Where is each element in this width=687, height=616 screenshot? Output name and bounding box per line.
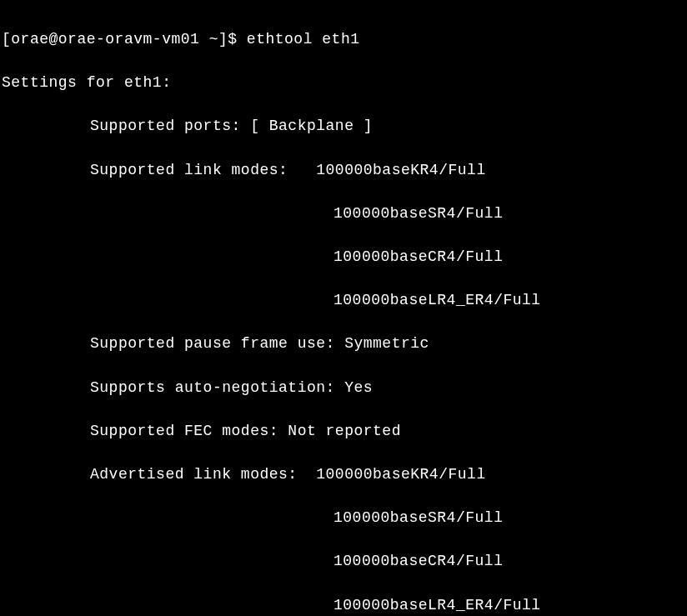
supported-fec: Supported FEC modes: Not reported bbox=[0, 420, 687, 442]
advertised-link-modes: Advertised link modes: 100000baseKR4/Ful… bbox=[0, 463, 687, 485]
prompt-line[interactable]: [orae@orae-oravm-vm01 ~]$ ethtool eth1 bbox=[0, 28, 687, 50]
supported-link-mode-2: 100000baseSR4/Full bbox=[0, 203, 687, 224]
supported-link-mode-3: 100000baseCR4/Full bbox=[0, 246, 687, 268]
advertised-link-mode-1: 100000baseKR4/Full bbox=[316, 466, 485, 483]
advertised-link-modes-label: Advertised link modes: bbox=[90, 466, 316, 483]
supported-link-mode-1: 100000baseKR4/Full bbox=[316, 162, 485, 178]
entered-command: ethtool eth1 bbox=[247, 31, 360, 48]
advertised-link-mode-3: 100000baseCR4/Full bbox=[0, 550, 687, 572]
supported-link-modes: Supported link modes: 100000baseKR4/Full bbox=[0, 159, 687, 181]
shell-prompt: [orae@orae-oravm-vm01 ~]$ bbox=[2, 31, 247, 48]
supported-pause: Supported pause frame use: Symmetric bbox=[0, 333, 687, 354]
advertised-link-mode-4: 100000baseLR4_ER4/Full bbox=[0, 594, 687, 616]
supported-link-modes-label: Supported link modes: bbox=[90, 162, 316, 178]
supported-ports: Supported ports: [ Backplane ] bbox=[0, 115, 687, 137]
supported-link-mode-4: 100000baseLR4_ER4/Full bbox=[0, 289, 687, 311]
terminal-output: [orae@orae-oravm-vm01 ~]$ ethtool eth1 S… bbox=[0, 0, 687, 616]
advertised-link-mode-2: 100000baseSR4/Full bbox=[0, 507, 687, 528]
settings-header: Settings for eth1: bbox=[0, 72, 687, 93]
supports-autoneg: Supports auto-negotiation: Yes bbox=[0, 377, 687, 398]
